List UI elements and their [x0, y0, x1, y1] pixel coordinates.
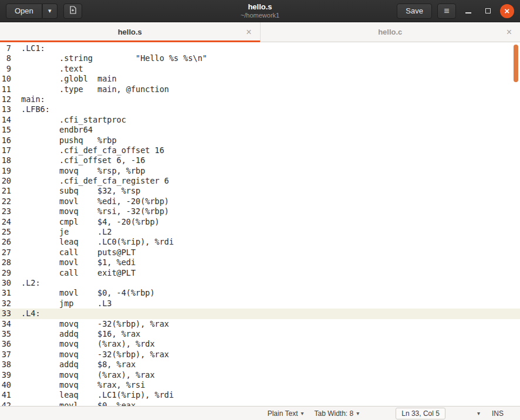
line-number: 38 [0, 360, 11, 370]
code-line[interactable]: 22 movl %edi, -20(%rbp) [0, 197, 520, 206]
code-line[interactable]: 27 call puts@PLT [0, 248, 520, 258]
code-text: call puts@PLT [11, 248, 136, 258]
code-text: .L2: [11, 278, 40, 288]
code-text: call exit@PLT [11, 268, 136, 278]
code-line[interactable]: 23 movq %rsi, -32(%rbp) [0, 206, 520, 216]
code-line[interactable]: 41 leaq .LC1(%rip), %rdi [0, 390, 520, 400]
text-editor-area[interactable]: 7.LC1:8 .string "Hello %s %s\n"9 .text10… [0, 42, 520, 406]
code-line[interactable]: 10 .globl main [0, 74, 520, 84]
tab-bar: hello.s × hello.c × [0, 22, 520, 42]
code-line[interactable]: 21 subq $32, %rsp [0, 186, 520, 196]
line-number: 11 [0, 84, 11, 94]
line-number: 41 [0, 390, 11, 400]
code-line[interactable]: 42 movl $0, %eax [0, 401, 520, 406]
close-button[interactable]: × [500, 4, 514, 18]
line-number: 24 [0, 217, 11, 227]
language-selector[interactable]: Plain Text ▾ [268, 409, 304, 418]
code-line[interactable]: 8 .string "Hello %s %s\n" [0, 53, 520, 63]
code-line[interactable]: 40 movq %rax, %rsi [0, 380, 520, 390]
line-number: 34 [0, 319, 11, 329]
tab-close-button[interactable]: × [507, 28, 512, 37]
code-line[interactable]: 12main: [0, 94, 520, 104]
scrollbar-thumb[interactable] [514, 45, 518, 82]
line-number: 36 [0, 339, 11, 349]
code-text: main: [11, 94, 45, 104]
code-line[interactable]: 16 pushq %rbp [0, 136, 520, 145]
line-number: 37 [0, 350, 11, 360]
close-icon: × [507, 27, 512, 37]
vertical-scrollbar[interactable] [512, 42, 520, 406]
gedit-window: Open ▾ hello.s ~/homework1 Save [0, 0, 520, 420]
code-line[interactable]: 31 movl $0, -4(%rbp) [0, 288, 520, 298]
chevron-down-icon: ▾ [300, 410, 303, 416]
line-number: 29 [0, 268, 11, 278]
window-subtitle: ~/homework1 [241, 12, 279, 19]
tab-width-selector[interactable]: Tab Width: 8 ▾ [315, 409, 360, 418]
line-number: 39 [0, 370, 11, 380]
code-line[interactable]: 13.LFB6: [0, 104, 520, 114]
code-text: movl %edi, -20(%rbp) [11, 197, 169, 206]
code-line[interactable]: 26 leaq .LC0(%rip), %rdi [0, 237, 520, 247]
line-number: 40 [0, 380, 11, 390]
code-line[interactable]: 15 endbr64 [0, 125, 520, 135]
code-line[interactable]: 25 je .L2 [0, 227, 520, 237]
line-number: 35 [0, 329, 11, 339]
code-line[interactable]: 14 .cfi_startproc [0, 115, 520, 125]
minimize-button[interactable] [461, 4, 475, 18]
code-text: addq $16, %rax [11, 329, 140, 339]
line-number: 14 [0, 115, 11, 125]
code-text: movq (%rax), %rax [11, 370, 155, 380]
tab-hello-c[interactable]: hello.c × [260, 22, 520, 42]
tab-width-label: Tab Width: 8 [315, 409, 354, 418]
close-icon: × [246, 27, 251, 37]
code-text: .cfi_def_cfa_register 6 [11, 176, 169, 186]
code-line[interactable]: 11 .type main, @function [0, 84, 520, 94]
line-number: 28 [0, 258, 11, 267]
menu-button[interactable]: ≡ [437, 4, 456, 19]
code-text: movq -32(%rbp), %rax [11, 319, 169, 329]
line-number: 32 [0, 299, 11, 309]
line-number: 19 [0, 166, 11, 176]
code-line[interactable]: 35 addq $16, %rax [0, 329, 520, 339]
cursor-position-button[interactable]: Ln 33, Col 5 [396, 408, 445, 419]
code-line[interactable]: 36 movq (%rax), %rdx [0, 339, 520, 349]
status-bar: Plain Text ▾ Tab Width: 8 ▾ Ln 33, Col 5… [0, 406, 520, 420]
position-menu-button[interactable]: ▾ [477, 410, 480, 416]
tab-close-button[interactable]: × [246, 28, 251, 37]
chevron-down-icon: ▾ [477, 410, 480, 416]
code-line[interactable]: 29 call exit@PLT [0, 268, 520, 278]
code-line[interactable]: 37 movq -32(%rbp), %rax [0, 350, 520, 360]
open-button[interactable]: Open [6, 4, 42, 19]
tab-hello-s[interactable]: hello.s × [0, 22, 260, 42]
code-line[interactable]: 33.L4: [0, 309, 520, 319]
line-number: 18 [0, 155, 11, 165]
code-text: .type main, @function [11, 84, 169, 94]
code-line[interactable]: 34 movq -32(%rbp), %rax [0, 319, 520, 329]
code-text: movq -32(%rbp), %rax [11, 350, 169, 360]
maximize-button[interactable] [481, 4, 495, 18]
code-line[interactable]: 30.L2: [0, 278, 520, 288]
save-button[interactable]: Save [397, 4, 432, 19]
header-right-group: Save ≡ × [397, 4, 514, 19]
code-line[interactable]: 17 .cfi_def_cfa_offset 16 [0, 145, 520, 155]
code-text: movl $0, -4(%rbp) [11, 288, 155, 298]
open-dropdown-button[interactable]: ▾ [42, 4, 58, 19]
code-text: .cfi_def_cfa_offset 16 [11, 145, 164, 155]
code-line[interactable]: 7.LC1: [0, 43, 520, 53]
code-line[interactable]: 38 addq $8, %rax [0, 360, 520, 370]
new-document-button[interactable] [63, 4, 82, 19]
code-text: .cfi_startproc [11, 115, 126, 125]
code-line[interactable]: 9 .text [0, 64, 520, 74]
code-line[interactable]: 32 jmp .L3 [0, 299, 520, 309]
code-line[interactable]: 20 .cfi_def_cfa_register 6 [0, 176, 520, 186]
line-number: 7 [0, 43, 11, 53]
line-number: 15 [0, 125, 11, 135]
code-line[interactable]: 19 movq %rsp, %rbp [0, 166, 520, 176]
language-label: Plain Text [268, 409, 298, 418]
code-line[interactable]: 28 movl $1, %edi [0, 258, 520, 267]
line-number: 25 [0, 227, 11, 237]
code-line[interactable]: 24 cmpl $4, -20(%rbp) [0, 217, 520, 227]
code-line[interactable]: 39 movq (%rax), %rax [0, 370, 520, 380]
code-line[interactable]: 18 .cfi_offset 6, -16 [0, 155, 520, 165]
tab-label: hello.s [118, 28, 142, 36]
